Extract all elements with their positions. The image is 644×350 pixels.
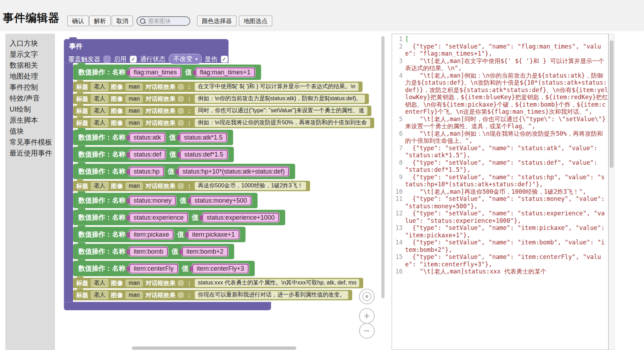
dialog-image-chip[interactable]: man	[125, 292, 143, 299]
toolbox-category[interactable]: 显示文字	[10, 49, 55, 60]
toolbox-category[interactable]: 特效/声音	[10, 93, 55, 104]
toolbox-category[interactable]: 原生脚本	[10, 115, 55, 126]
dialog-text-field[interactable]: 例如：\n你的当前攻击力是${status:atk}，防御力是${status:…	[195, 95, 365, 103]
line-text[interactable]: "\t[老人,man]例如：\n你的当前攻击力是${status:atk}，防御…	[405, 72, 608, 115]
value-slot[interactable]: status:money+500	[190, 196, 252, 205]
dialog-block[interactable]: 标题 老人 图像 man 对话框效果 ： 同时，你也可以通过{"type": "…	[73, 106, 371, 116]
setvalue-block[interactable]: 数值操作：名称 status:money 值 status:money+500	[73, 193, 258, 208]
map-select-button[interactable]: 地图选点	[239, 16, 272, 26]
name-slot[interactable]: status:atk	[129, 132, 166, 142]
code-lines[interactable]: 1 [ 2 {"type": "setValue", "name": "flag…	[392, 34, 608, 275]
event-block[interactable]: 事件 覆盖触发器 启用 ✓ 通行状态 不改变 ▾ 显伤 ✓	[64, 39, 374, 310]
line-text[interactable]: "\t[老人,man]例如：\n现在我将让你的攻防提升50%，再将攻防和的十倍加…	[405, 130, 608, 145]
setvalue-block[interactable]: 数值操作：名称 item:centerFly 值 item:centerFly+…	[73, 261, 255, 276]
dialog-title-chip[interactable]: 老人	[91, 119, 108, 127]
dialog-text-field[interactable]: status:xxx 代表勇士的某个属性。\n其中xxx可取hp, atk, d…	[195, 279, 359, 287]
zoom-in-button[interactable]: +	[359, 308, 375, 324]
name-slot[interactable]: status:experience	[129, 213, 188, 222]
enable-checkbox[interactable]: ✓	[130, 56, 137, 63]
dialog-title-chip[interactable]: 老人	[91, 291, 108, 299]
name-slot[interactable]: flag:man_times	[129, 67, 181, 77]
dialog-image-chip[interactable]: man	[125, 182, 143, 190]
dialog-effect-checkbox[interactable]	[178, 183, 184, 189]
dialog-block[interactable]: 标题 老人 图像 man 对话框效果 ： 例如：\n现在我将让你的攻防提升50%…	[73, 118, 374, 128]
override-trigger-checkbox[interactable]	[103, 56, 111, 63]
dialog-text-field[interactable]: 同时，你也可以通过{"type": "setValue"}来设置一个勇士的属性、…	[195, 107, 368, 115]
dialog-title-chip[interactable]: 老人	[91, 83, 108, 91]
toolbox-category[interactable]: 地图处理	[10, 71, 55, 82]
dialog-title-chip[interactable]: 老人	[91, 107, 108, 115]
line-text[interactable]: [	[405, 35, 608, 43]
setvalue-block[interactable]: 数值操作：名称 flag:man_times 值 flag:man_times+…	[73, 64, 261, 80]
name-slot[interactable]: item:centerFly	[129, 264, 178, 273]
dialog-image-chip[interactable]: man	[125, 280, 143, 287]
toolbox-category[interactable]: 入口方块	[10, 38, 55, 49]
dialog-effect-checkbox[interactable]	[178, 120, 184, 126]
line-text[interactable]: "\t[老人,man]在文字中使用${' ${ '}和 } 可以计算并显示一个表…	[405, 57, 608, 72]
cancel-button[interactable]: 取消	[112, 16, 133, 26]
value-slot[interactable]: status:def*1.5	[180, 149, 228, 159]
dialog-text-field[interactable]: 例如：\n现在我将让你的攻防提升50%，再将攻防和的十倍加到生命	[195, 119, 370, 127]
line-text[interactable]: {"type": "setValue", "name": "status:def…	[405, 159, 608, 174]
block-canvas[interactable]: 事件 覆盖触发器 启用 ✓ 通行状态 不改变 ▾ 显伤 ✓	[55, 31, 392, 350]
name-slot[interactable]: status:money	[129, 196, 176, 205]
setvalue-block[interactable]: 数值操作：名称 status:atk 值 status:atk*1.5	[73, 130, 233, 145]
value-slot[interactable]: item:pickaxe+1	[187, 230, 240, 239]
dialog-block[interactable]: 标题 老人 图像 man 对话框效果 ： 再送你500金币，1000经验，1破2…	[73, 181, 310, 191]
dialog-effect-checkbox[interactable]	[178, 108, 184, 114]
editor-scrollbar[interactable]	[609, 34, 615, 350]
dialog-title-chip[interactable]: 老人	[91, 182, 108, 190]
pass-state-dropdown[interactable]: 不改变 ▾	[169, 54, 202, 64]
dialog-text-field[interactable]: 你现在可以重新和我进行对话，进一步看到属性值的改变。	[195, 291, 348, 299]
color-picker-button[interactable]: 颜色选择器	[197, 16, 236, 26]
dialog-text-field[interactable]: 再送你500金币，1000经验，1破2炸3飞！	[195, 182, 306, 190]
value-slot[interactable]: item:bomb+2	[182, 247, 228, 256]
value-slot[interactable]: status:atk*1.5	[179, 132, 227, 142]
toolbox-category[interactable]: UI绘制	[10, 104, 55, 115]
setvalue-block[interactable]: 数值操作：名称 item:bomb 值 item:bomb+2	[73, 244, 234, 259]
dialog-image-chip[interactable]: man	[125, 107, 143, 115]
line-text[interactable]: {"type": "setValue", "name": "item:picka…	[405, 224, 608, 239]
setvalue-block[interactable]: 数值操作：名称 status:experience 值 status:exper…	[73, 210, 285, 225]
toolbox-category[interactable]: 最近使用事件	[10, 148, 55, 159]
dialog-text-field[interactable]: 在文字中使用${' ${ '}和 } 可以计算并显示一个表达式的结果。\n	[195, 83, 358, 91]
toolbox-category[interactable]: 常见事件模板	[10, 137, 55, 148]
line-text[interactable]: "\t[老人,man]再送你500金币，1000经验，1破2炸3飞！",	[405, 188, 608, 196]
line-text[interactable]: {"type": "setValue", "name": "status:atk…	[405, 145, 608, 159]
value-slot[interactable]: flag:man_times+1	[195, 67, 255, 77]
name-slot[interactable]: status:def	[129, 149, 166, 159]
dialog-block[interactable]: 标题 老人 图像 man 对话框效果 ： 在文字中使用${' ${ '}和 } …	[73, 81, 363, 92]
confirm-button[interactable]: 确认	[67, 16, 89, 26]
dialog-image-chip[interactable]: man	[125, 95, 143, 103]
search-input[interactable]	[147, 18, 188, 25]
event-json-editor[interactable]: 1 [ 2 {"type": "setValue", "name": "flag…	[392, 34, 609, 350]
dialog-effect-checkbox[interactable]	[178, 96, 184, 102]
line-text[interactable]: {"type": "setValue", "name": "item:bomb"…	[405, 239, 608, 253]
canvas-vertical-scrollbar[interactable]	[381, 36, 385, 298]
setvalue-block[interactable]: 数值操作：名称 item:pickaxe 值 item:pickaxe+1	[73, 227, 246, 242]
dialog-block[interactable]: 标题 老人 图像 man 对话框效果 ： 你现在可以重新和我进行对话，进一步看到…	[73, 290, 352, 300]
value-slot[interactable]: item:centerFly+3	[192, 264, 249, 273]
dialog-title-chip[interactable]: 老人	[91, 95, 108, 103]
parse-button[interactable]: 解析	[89, 16, 111, 26]
display-damage-checkbox[interactable]: ✓	[221, 56, 228, 63]
value-slot[interactable]: status:hp+10*(status:atk+status:def)	[178, 166, 289, 176]
zoom-out-button[interactable]: −	[359, 323, 375, 339]
line-text[interactable]: {"type": "setValue", "name": "status:mon…	[405, 195, 608, 210]
toolbox-category[interactable]: 数据相关	[10, 60, 55, 71]
line-text[interactable]: {"type": "setValue", "name": "item:cente…	[405, 253, 608, 268]
line-text[interactable]: "\t[老人,man]status:xxx 代表勇士的某个	[405, 268, 608, 275]
editor-scrollbar-thumb[interactable]	[610, 40, 614, 168]
dialog-effect-checkbox[interactable]	[178, 292, 184, 298]
canvas-horizontal-scrollbar[interactable]	[132, 346, 296, 350]
toolbox-category[interactable]: 事件控制	[10, 82, 55, 93]
setvalue-block[interactable]: 数值操作：名称 status:hp 值 status:hp+10*(status…	[73, 164, 295, 179]
line-text[interactable]: {"type": "setValue", "name": "status:hp"…	[405, 174, 608, 188]
name-slot[interactable]: item:pickaxe	[129, 230, 174, 239]
dialog-effect-checkbox[interactable]	[178, 84, 184, 90]
dialog-block[interactable]: 标题 老人 图像 man 对话框效果 ： 例如：\n你的当前攻击力是${stat…	[73, 94, 369, 104]
block-search-box[interactable]	[136, 16, 190, 26]
value-slot[interactable]: status:experience+1000	[202, 213, 279, 222]
line-text[interactable]: "\t[老人,man]同时，你也可以通过{\"type\": \"setValu…	[405, 115, 608, 130]
dialog-title-chip[interactable]: 老人	[91, 279, 108, 287]
